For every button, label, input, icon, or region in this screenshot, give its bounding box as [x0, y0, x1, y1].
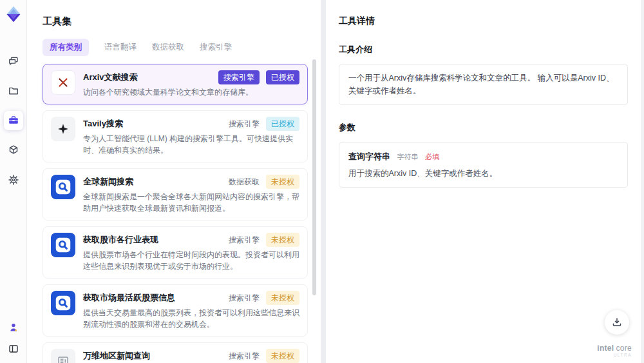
- user-icon: [8, 322, 19, 333]
- tools-panel: 工具集 所有类别 语言翻译 数据获取 搜索引擎: [27, 0, 321, 363]
- tool-title: 万维地区新闻查询: [83, 349, 150, 362]
- tool-card-body: 全球新闻搜索 数据获取 未授权 全球新闻搜索是一个聚合全球各大新闻网站内容的搜索…: [83, 175, 299, 214]
- param-required-flag: 必填: [425, 153, 439, 161]
- tool-card[interactable]: 全球新闻搜索 数据获取 未授权 全球新闻搜索是一个聚合全球各大新闻网站内容的搜索…: [43, 168, 308, 221]
- chat-icon: [8, 55, 19, 67]
- tool-card[interactable]: Tavily搜索 搜索引擎 已授权 专为人工智能代理 (LLM) 构建的搜索引擎…: [43, 110, 308, 162]
- tool-title: 获取市场最活跃股票信息: [83, 291, 175, 304]
- tool-card[interactable]: 获取股市各行业表现 搜索引擎 未授权 提供股票市场各个行业在特定时间段内的表现。…: [43, 226, 308, 279]
- tool-description: 提供股票市场各个行业在特定时间段内的表现。投资者可以利用这些信息来识别表现优于或…: [83, 249, 299, 272]
- tool-icon: [51, 233, 75, 257]
- sidebar-item-tools[interactable]: [4, 111, 23, 130]
- window-scrollbar-track[interactable]: [641, 0, 644, 363]
- sparkle-icon: [57, 123, 69, 135]
- tool-card[interactable]: Arxiv文献搜索 搜索引擎 已授权 访问各个研究领域大量科学论文和文章的存储库…: [43, 64, 308, 104]
- tool-card-body: 万维地区新闻查询 搜索引擎 未授权 查询具体行政区划内的新闻，快速了解各地新闻动: [83, 349, 299, 363]
- category-badge: 搜索引擎: [218, 70, 260, 84]
- category-badge: 搜索引擎: [229, 117, 260, 131]
- auth-status-badge: 未授权: [266, 291, 299, 305]
- tool-description: 提供当天交易量最高的股票列表，投资者可以利用这些信息来识别流动性强的股票和潜在的…: [83, 307, 299, 330]
- tool-title: 全球新闻搜索: [83, 175, 133, 188]
- tool-intro-text: 一个用于从Arxiv存储库搜索科学论文和文章的工具。 输入可以是Arxiv ID…: [339, 64, 628, 105]
- tool-description: 专为人工智能代理 (LLM) 构建的搜索引擎工具。可快速提供实时、准确和真实的结…: [83, 133, 299, 156]
- folder-icon: [8, 85, 19, 97]
- tool-card-body: Tavily搜索 搜索引擎 已授权 专为人工智能代理 (LLM) 构建的搜索引擎…: [83, 117, 299, 156]
- tool-card-body: Arxiv文献搜索 搜索引擎 已授权 访问各个研究领域大量科学论文和文章的存储库…: [83, 70, 299, 98]
- category-badge: 数据获取: [229, 175, 260, 189]
- brand-intel: intel: [597, 344, 614, 353]
- search-app-icon: [53, 177, 73, 197]
- param-name: 查询字符串: [348, 152, 390, 161]
- brand-ultra: ULTRA: [597, 353, 632, 357]
- category-tab[interactable]: 搜索引擎: [200, 39, 232, 56]
- brand-core: core: [616, 344, 632, 353]
- auth-status-badge: 已授权: [266, 70, 299, 84]
- auth-status-badge: 未授权: [266, 175, 299, 189]
- scrollbar-thumb[interactable]: [312, 59, 316, 295]
- tool-description: 全球新闻搜索是一个聚合全球各大新闻网站内容的搜索引擎，帮助用户快速获取全球最新资…: [83, 191, 299, 214]
- tool-card-body: 获取股市各行业表现 搜索引擎 未授权 提供股票市场各个行业在特定时间段内的表现。…: [83, 233, 299, 272]
- download-button[interactable]: [605, 310, 629, 335]
- param-list: 查询字符串 字符串 必填 用于搜索的Arxiv ID、关键字或作者姓名。: [339, 142, 628, 188]
- category-tabs: 所有类别 语言翻译 数据获取 搜索引擎: [27, 28, 321, 63]
- tool-card-body: 获取市场最活跃股票信息 搜索引擎 未授权 提供当天交易量最高的股票列表，投资者可…: [83, 291, 299, 330]
- sidebar-item-settings[interactable]: [4, 170, 23, 190]
- page-title: 工具集: [27, 0, 321, 28]
- auth-status-badge: 已授权: [266, 117, 299, 131]
- panel-toggle-icon: [8, 343, 19, 355]
- package-icon: [8, 144, 19, 156]
- tool-description: 访问各个研究领域大量科学论文和文章的存储库。: [83, 86, 299, 98]
- tool-icon: [51, 117, 75, 141]
- category-tab[interactable]: 数据获取: [152, 39, 184, 56]
- tool-icon: [51, 70, 75, 95]
- tool-icon: [51, 349, 75, 363]
- tool-card[interactable]: 万维地区新闻查询 搜索引擎 未授权 查询具体行政区划内的新闻，快速了解各地新闻动: [43, 342, 308, 363]
- app-logo: [5, 5, 23, 23]
- param-type: 字符串: [397, 153, 418, 161]
- params-section-title: 参数: [339, 122, 628, 133]
- panel-toggle[interactable]: [4, 341, 23, 357]
- search-app-icon: [53, 235, 73, 255]
- tool-detail-panel: 工具详情 工具介绍 一个用于从Arxiv存储库搜索科学论文和文章的工具。 输入可…: [326, 0, 641, 363]
- category-badge: 搜索引擎: [229, 291, 260, 305]
- icon-sidebar: [0, 0, 27, 363]
- search-app-icon: [53, 293, 73, 313]
- gear-icon: [8, 174, 19, 186]
- panel-divider: [321, 0, 326, 363]
- category-badge: 搜索引擎: [229, 349, 260, 363]
- tool-title: 获取股市各行业表现: [83, 233, 158, 246]
- newspaper-icon: [57, 355, 70, 363]
- diamond-logo: [5, 5, 23, 23]
- category-tab[interactable]: 语言翻译: [104, 39, 137, 56]
- tool-card[interactable]: 获取市场最活跃股票信息 搜索引擎 未授权 提供当天交易量最高的股票列表，投资者可…: [43, 284, 308, 337]
- auth-status-badge: 未授权: [266, 233, 299, 247]
- param-description: 用于搜索的Arxiv ID、关键字或作者姓名。: [348, 168, 618, 179]
- param-card: 查询字符串 字符串 必填 用于搜索的Arxiv ID、关键字或作者姓名。: [339, 142, 628, 188]
- auth-status-badge: 未授权: [266, 349, 299, 363]
- tool-title: Tavily搜索: [83, 117, 123, 130]
- tool-title: Arxiv文献搜索: [83, 70, 138, 83]
- category-badge: 搜索引擎: [229, 233, 260, 247]
- tool-card-list: Arxiv文献搜索 搜索引擎 已授权 访问各个研究领域大量科学论文和文章的存储库…: [27, 63, 321, 363]
- category-tab[interactable]: 所有类别: [43, 39, 89, 56]
- download-icon: [611, 317, 623, 328]
- sidebar-item-files[interactable]: [4, 81, 23, 101]
- intro-section-title: 工具介绍: [339, 44, 628, 55]
- tool-icon: [51, 291, 75, 315]
- arxiv-logo-icon: [57, 76, 70, 89]
- sidebar-item-models[interactable]: [4, 141, 23, 160]
- toolbox-icon: [8, 115, 19, 126]
- tool-icon: [51, 175, 75, 199]
- detail-title: 工具详情: [339, 15, 628, 27]
- sidebar-item-chat[interactable]: [4, 52, 23, 71]
- intel-core-badge: intelcore ULTRA: [597, 344, 632, 357]
- user-avatar[interactable]: [4, 320, 23, 335]
